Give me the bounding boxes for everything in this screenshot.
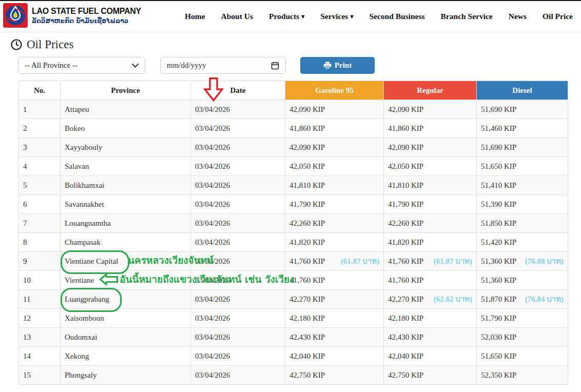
table-body: 1Attapeu03/04/202642,090 KIP42,090 KIP51… bbox=[19, 100, 568, 385]
date-cell: 03/04/2026 bbox=[191, 309, 285, 328]
price-value: 42,040 KIP bbox=[388, 352, 423, 361]
highlight-oval-vientiane-capital bbox=[61, 250, 129, 274]
nav-item-services[interactable]: Services▾ bbox=[320, 12, 353, 21]
nav-item-label: Products bbox=[269, 12, 299, 21]
gasoline95-price-cell: 41,860 KIP bbox=[285, 119, 384, 138]
table-row: 1Attapeu03/04/202642,090 KIP42,090 KIP51… bbox=[19, 100, 568, 119]
nav-item-label: Branch Service bbox=[441, 12, 493, 21]
highlight-oval-luangprabang bbox=[61, 288, 122, 312]
nav-item-label: Second Business bbox=[369, 12, 424, 21]
province-select-value: -- All Province -- bbox=[25, 61, 78, 70]
gasoline95-price-cell: 42,270 KIP bbox=[285, 290, 384, 309]
price-value: 41,810 KIP bbox=[388, 181, 423, 190]
company-logo-icon bbox=[3, 3, 28, 28]
price-value: 41,760 KIP bbox=[388, 257, 423, 266]
province-select[interactable]: -- All Province -- bbox=[18, 57, 145, 74]
regular-price-cell: 41,860 KIP bbox=[384, 119, 477, 138]
price-value: 51,410 KIP bbox=[481, 181, 516, 190]
col-header-no[interactable]: No. bbox=[19, 81, 61, 100]
price-value: 51,850 KIP bbox=[481, 219, 516, 228]
regular-price-cell: 41,790 KIP bbox=[384, 195, 477, 214]
col-header-regular[interactable]: Regular bbox=[384, 81, 477, 100]
nav-item-about-us[interactable]: About Us bbox=[221, 12, 253, 21]
row-number-cell: 12 bbox=[19, 309, 61, 328]
price-value: 42,180 KIP bbox=[388, 314, 423, 323]
province-cell: Xayyabouly bbox=[61, 138, 191, 157]
gasoline95-price-cell: 42,260 KIP bbox=[285, 214, 384, 233]
diesel-price-cell: 51,360 KIP(76.08 บาท) bbox=[477, 252, 568, 271]
date-cell: 03/04/2026 bbox=[191, 233, 285, 252]
regular-price-cell: 42,090 KIP bbox=[384, 100, 477, 119]
caret-down-icon: ▾ bbox=[301, 13, 304, 19]
nav-item-second-business[interactable]: Second Business bbox=[369, 12, 424, 21]
page-title: Oil Prices bbox=[11, 38, 73, 51]
price-value: 41,760 KIP bbox=[289, 276, 325, 285]
price-value: 42,090 KIP bbox=[289, 143, 325, 152]
diesel-price-cell: 51,650 KIP bbox=[477, 347, 568, 366]
regular-price-cell: 41,760 KIP(61.87 บาท) bbox=[384, 252, 477, 271]
baht-price-annotation: (61.87 บาท) bbox=[434, 255, 472, 267]
price-value: 51,690 KIP bbox=[481, 105, 516, 114]
col-header-gasoline95[interactable]: Gasoline 95 bbox=[285, 81, 384, 100]
price-value: 42,750 KIP bbox=[289, 371, 325, 380]
diesel-price-cell: 51,420 KIP bbox=[477, 233, 568, 252]
gasoline95-price-cell: 42,040 KIP bbox=[285, 347, 384, 366]
diesel-price-cell: 51,390 KIP bbox=[477, 195, 568, 214]
price-value: 42,090 KIP bbox=[388, 105, 423, 114]
table-row: 5Bolikhamxai03/04/202641,810 KIP41,810 K… bbox=[19, 176, 568, 195]
row-number-cell: 5 bbox=[19, 176, 61, 195]
price-value: 51,790 KIP bbox=[481, 314, 516, 323]
nav-item-news[interactable]: News bbox=[509, 12, 527, 21]
price-value: 41,820 KIP bbox=[289, 238, 325, 247]
price-value: 42,040 KIP bbox=[289, 352, 325, 361]
table-row: 14Xekong03/04/202642,040 KIP42,040 KIP51… bbox=[19, 347, 568, 366]
regular-price-cell: 41,820 KIP bbox=[384, 233, 477, 252]
price-value: 51,650 KIP bbox=[481, 162, 516, 171]
nav-item-oil-price[interactable]: Oil Price bbox=[543, 12, 573, 21]
gasoline95-price-cell: 41,760 KIP bbox=[285, 271, 384, 290]
gasoline95-price-cell: 41,760 KIP(61.87 บาท) bbox=[285, 252, 384, 271]
date-cell: 03/04/2026 bbox=[191, 214, 285, 233]
price-value: 42,090 KIP bbox=[388, 143, 423, 152]
regular-price-cell: 41,760 KIP bbox=[384, 271, 477, 290]
printer-icon bbox=[323, 62, 332, 69]
regular-price-cell: 42,050 KIP bbox=[384, 157, 477, 176]
price-value: 42,050 KIP bbox=[289, 162, 325, 171]
province-cell: Louangnamtha bbox=[61, 214, 191, 233]
price-value: 42,430 KIP bbox=[289, 333, 325, 342]
price-value: 42,180 KIP bbox=[289, 314, 325, 323]
col-header-diesel[interactable]: Diesel bbox=[477, 81, 568, 100]
price-value: 51,360 KIP bbox=[481, 257, 516, 266]
table-row: 2Bokeo03/04/202641,860 KIP41,860 KIP51,4… bbox=[19, 119, 568, 138]
row-number-cell: 3 bbox=[19, 138, 61, 157]
print-button[interactable]: Print bbox=[300, 57, 375, 74]
gasoline95-price-cell: 42,430 KIP bbox=[285, 328, 384, 347]
diesel-price-cell: 51,690 KIP bbox=[477, 100, 568, 119]
table-header-row: No. Province Date Gasoline 95 Regular Di… bbox=[19, 81, 568, 100]
date-cell: 03/04/2026 bbox=[191, 157, 285, 176]
date-cell: 03/04/2026 bbox=[191, 347, 285, 366]
brand-text: LAO STATE FUEL COMPANY ລັດວິສາຫະກິດ ນ້ຳມ… bbox=[32, 6, 148, 25]
nav-item-home[interactable]: Home bbox=[185, 12, 205, 21]
price-value: 42,050 KIP bbox=[388, 162, 423, 171]
table-row: 6Savannakhet03/04/202641,790 KIP41,790 K… bbox=[19, 195, 568, 214]
green-left-arrow-annotation bbox=[100, 273, 118, 285]
diesel-price-cell: 51,650 KIP bbox=[477, 157, 568, 176]
row-number-cell: 7 bbox=[19, 214, 61, 233]
regular-price-cell: 42,270 KIP(62.62 บาท) bbox=[384, 290, 477, 309]
nav-item-branch-service[interactable]: Branch Service bbox=[441, 12, 493, 21]
date-cell: 03/04/2026 bbox=[191, 100, 285, 119]
brand[interactable]: LAO STATE FUEL COMPANY ລັດວິສາຫະກິດ ນ້ຳມ… bbox=[3, 3, 148, 28]
nav-item-products[interactable]: Products▾ bbox=[269, 12, 304, 21]
row-number-cell: 11 bbox=[19, 290, 61, 309]
gasoline95-price-cell: 42,090 KIP bbox=[285, 138, 384, 157]
gasoline95-price-cell: 41,820 KIP bbox=[285, 233, 384, 252]
date-cell: 03/04/2026 bbox=[191, 195, 285, 214]
col-header-province[interactable]: Province bbox=[61, 81, 191, 100]
date-input[interactable]: mm/dd/yyyy bbox=[160, 57, 286, 74]
main-nav: HomeAbout UsProducts▾Services▾Second Bus… bbox=[185, 1, 573, 32]
price-value: 51,690 KIP bbox=[481, 143, 516, 152]
price-value: 51,650 KIP bbox=[481, 352, 516, 361]
row-number-cell: 10 bbox=[19, 271, 61, 290]
print-button-label: Print bbox=[335, 61, 352, 70]
